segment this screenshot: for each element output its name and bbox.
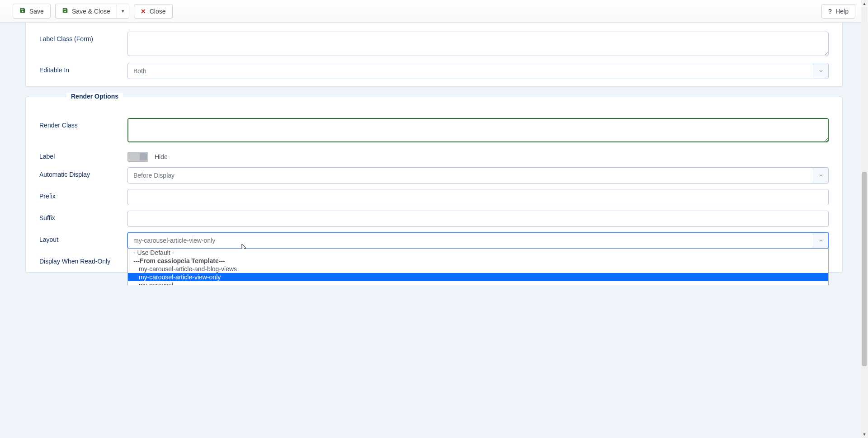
row-suffix: Suffix xyxy=(26,208,842,230)
help-button[interactable]: ? Help xyxy=(821,4,855,19)
select-layout-value: my-carousel-article-view-only xyxy=(133,237,215,244)
dropdown-layout: - Use Default ----From cassiopeia Templa… xyxy=(127,249,829,285)
dropdown-item[interactable]: my-carousel-article-and-blog-views xyxy=(128,265,828,273)
top-options-card: Label Class (Form) Editable In Both xyxy=(25,23,843,87)
row-render-class: Render Class xyxy=(26,115,842,146)
scrollbar-vertical[interactable]: ▲ ▼ xyxy=(861,0,868,285)
toggle-knob xyxy=(140,153,147,160)
select-layout[interactable]: my-carousel-article-view-only xyxy=(127,232,829,249)
save-close-label: Save & Close xyxy=(72,8,110,15)
label-layout: Layout xyxy=(39,232,127,243)
dropdown-item: ---From cassiopeia Template--- xyxy=(128,257,828,265)
label-label-class-form: Label Class (Form) xyxy=(39,32,127,42)
label-prefix: Prefix xyxy=(39,189,127,200)
save-icon xyxy=(19,7,26,15)
page-content: Label Class (Form) Editable In Both Rend… xyxy=(0,23,868,285)
chevron-down-icon xyxy=(813,233,828,248)
render-options-legend: Render Options xyxy=(66,93,123,100)
select-editable-in[interactable]: Both xyxy=(127,63,829,79)
label-automatic-display: Automatic Display xyxy=(39,167,127,178)
save-close-group: Save & Close ▾ xyxy=(55,4,129,19)
close-icon: ✕ xyxy=(141,8,146,15)
dropdown-item[interactable]: my-carousel-article-view-only xyxy=(128,273,828,281)
save-button[interactable]: Save xyxy=(13,4,51,19)
save-icon xyxy=(62,7,68,15)
select-editable-in-value: Both xyxy=(133,67,146,75)
row-prefix: Prefix xyxy=(26,186,842,208)
save-close-button[interactable]: Save & Close xyxy=(55,4,117,19)
toolbar: Save Save & Close ▾ ✕ Close ? Help xyxy=(0,0,868,23)
label-label-toggle: Label xyxy=(39,149,127,160)
scrollbar-thumb[interactable] xyxy=(862,172,867,285)
row-label-class-form: Label Class (Form) xyxy=(26,29,842,60)
row-layout: Layout my-carousel-article-view-only - U… xyxy=(26,230,842,251)
row-editable-in: Editable In Both xyxy=(26,60,842,82)
help-label: Help xyxy=(835,8,849,15)
dropdown-item[interactable]: - Use Default - xyxy=(128,249,828,257)
row-label-toggle: Label Hide xyxy=(26,146,842,165)
select-automatic-display[interactable]: Before Display xyxy=(127,167,829,184)
label-suffix: Suffix xyxy=(39,211,127,221)
row-automatic-display: Automatic Display Before Display xyxy=(26,165,842,186)
chevron-down-icon xyxy=(813,63,828,79)
label-display-readonly: Display When Read-Only xyxy=(39,254,127,265)
close-button[interactable]: ✕ Close xyxy=(134,4,173,19)
input-suffix[interactable] xyxy=(127,211,829,227)
save-label: Save xyxy=(29,8,44,15)
label-render-class: Render Class xyxy=(39,118,127,129)
toggle-label-text: Hide xyxy=(155,153,168,160)
save-close-dropdown-toggle[interactable]: ▾ xyxy=(117,4,129,19)
input-label-class-form[interactable] xyxy=(127,32,829,56)
render-options-fieldset: Render Options Render Class Label Hide A… xyxy=(25,97,843,273)
toggle-label[interactable] xyxy=(127,152,148,162)
chevron-down-icon: ▾ xyxy=(122,8,124,14)
input-prefix[interactable] xyxy=(127,189,829,205)
label-editable-in: Editable In xyxy=(39,63,127,74)
scrollbar-arrow-up-icon[interactable]: ▲ xyxy=(861,0,868,7)
select-automatic-display-value: Before Display xyxy=(133,172,175,179)
input-render-class[interactable] xyxy=(127,118,829,142)
chevron-down-icon xyxy=(813,168,828,183)
close-label: Close xyxy=(150,8,166,15)
help-icon: ? xyxy=(828,8,832,15)
dropdown-item[interactable]: my-carousel xyxy=(128,281,828,285)
